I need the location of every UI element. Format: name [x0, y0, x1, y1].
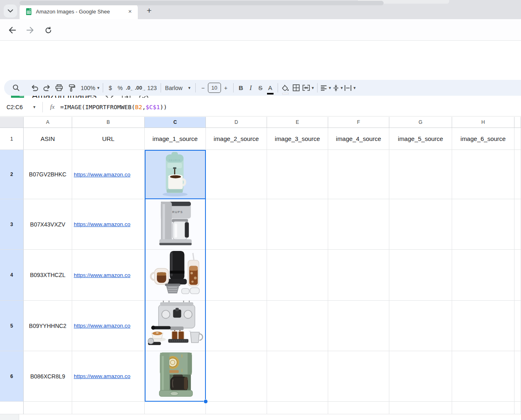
- cell-g7[interactable]: [389, 402, 452, 414]
- font-select[interactable]: Barlow▼: [163, 82, 193, 94]
- borders-button[interactable]: [290, 82, 302, 94]
- column-header-f[interactable]: F: [328, 117, 389, 128]
- active-tab[interactable]: Amazon Images - Google Shee ×: [20, 4, 138, 19]
- text-wrap-button[interactable]: ▼: [344, 82, 357, 94]
- print-button[interactable]: [53, 82, 65, 94]
- name-box[interactable]: C2:C6 ▼: [0, 104, 40, 110]
- reload-button[interactable]: [42, 24, 54, 36]
- cell-g2[interactable]: [389, 150, 452, 199]
- cell-e6[interactable]: [267, 351, 328, 402]
- cell-i1[interactable]: [514, 128, 521, 150]
- row-header-2[interactable]: 2: [0, 150, 24, 199]
- cell-a5[interactable]: B09YYHHNC2: [24, 301, 72, 351]
- column-header-c[interactable]: C: [145, 117, 206, 128]
- cell-h4[interactable]: [452, 250, 514, 301]
- merge-cells-button[interactable]: ▼: [302, 82, 315, 94]
- forward-button[interactable]: [24, 24, 36, 36]
- increase-decimal-button[interactable]: .00→: [135, 82, 146, 94]
- tab-close-icon[interactable]: ×: [126, 8, 134, 15]
- cell-b1[interactable]: URL: [72, 128, 145, 150]
- cell-i6[interactable]: [514, 351, 521, 402]
- row-header-3[interactable]: 3: [0, 199, 24, 250]
- redo-button[interactable]: [41, 82, 53, 94]
- increase-font-size-button[interactable]: +: [221, 82, 231, 94]
- cell-g3[interactable]: [389, 199, 452, 250]
- cell-c7[interactable]: [145, 402, 206, 414]
- cell-a1[interactable]: ASIN: [24, 128, 72, 150]
- cell-b4[interactable]: https://www.amazon.co: [72, 250, 145, 301]
- cell-d3[interactable]: [206, 199, 267, 250]
- italic-button[interactable]: I: [246, 82, 256, 94]
- cell-e5[interactable]: [267, 301, 328, 351]
- text-color-button[interactable]: A: [265, 82, 275, 94]
- cell-i4[interactable]: [514, 250, 521, 301]
- cell-d2[interactable]: [206, 150, 267, 199]
- paint-format-button[interactable]: [65, 82, 77, 94]
- cell-e2[interactable]: [267, 150, 328, 199]
- cell-a6[interactable]: B086XCR8L9: [24, 351, 72, 402]
- cell-b3[interactable]: https://www.amazon.co: [72, 199, 145, 250]
- cell-e3[interactable]: [267, 199, 328, 250]
- zoom-select[interactable]: 100%▼: [81, 82, 100, 94]
- cell-g4[interactable]: [389, 250, 452, 301]
- column-header-b[interactable]: B: [72, 117, 145, 128]
- cell-g6[interactable]: [389, 351, 452, 402]
- cell-b5[interactable]: https://www.amazon.co: [72, 301, 145, 351]
- cell-a4[interactable]: B093XTHCZL: [24, 250, 72, 301]
- cell-e7[interactable]: [267, 402, 328, 414]
- vertical-align-button[interactable]: ▼: [332, 82, 344, 94]
- cell-b6[interactable]: https://www.amazon.co: [72, 351, 145, 402]
- cell-d5[interactable]: [206, 301, 267, 351]
- amazon-link[interactable]: https://www.amazon.co: [74, 221, 130, 227]
- format-percent-button[interactable]: %: [115, 82, 125, 94]
- row-header-5[interactable]: 5: [0, 301, 24, 351]
- cell-h1[interactable]: image_6_source: [452, 128, 514, 150]
- cell-c2[interactable]: KEURIG: [145, 150, 206, 199]
- amazon-link[interactable]: https://www.amazon.co: [74, 373, 130, 379]
- cell-h3[interactable]: [452, 199, 514, 250]
- cell-f5[interactable]: [328, 301, 389, 351]
- cell-f3[interactable]: [328, 199, 389, 250]
- cell-a7[interactable]: [24, 402, 72, 414]
- cell-c3[interactable]: KRUPS: [145, 199, 206, 250]
- fill-handle[interactable]: [203, 399, 208, 404]
- cell-d4[interactable]: [206, 250, 267, 301]
- horizontal-scrollbar-thumb[interactable]: [20, 1, 384, 5]
- row-header-7[interactable]: [0, 402, 24, 414]
- cell-c6[interactable]: [145, 351, 206, 402]
- cell-b7[interactable]: [72, 402, 145, 414]
- cell-d1[interactable]: image_2_source: [206, 128, 267, 150]
- search-menus-button[interactable]: [10, 82, 22, 94]
- cell-g1[interactable]: image_5_source: [389, 128, 452, 150]
- row-header-4[interactable]: 4: [0, 250, 24, 301]
- cell-e1[interactable]: image_3_source: [267, 128, 328, 150]
- amazon-link[interactable]: https://www.amazon.co: [74, 323, 130, 329]
- column-header-d[interactable]: D: [206, 117, 267, 128]
- format-currency-button[interactable]: $: [106, 82, 115, 94]
- tab-search-button[interactable]: [4, 4, 17, 18]
- horizontal-align-button[interactable]: ▼: [320, 82, 332, 94]
- cell-h2[interactable]: [452, 150, 514, 199]
- decrease-font-size-button[interactable]: −: [198, 82, 208, 94]
- cell-d7[interactable]: [206, 402, 267, 414]
- amazon-link[interactable]: https://www.amazon.co: [74, 272, 130, 278]
- column-header-g[interactable]: G: [389, 117, 452, 128]
- row-header-1[interactable]: 1: [0, 128, 24, 150]
- column-header-a[interactable]: A: [24, 117, 72, 128]
- cell-i5[interactable]: [514, 301, 521, 351]
- cell-c4[interactable]: [145, 250, 206, 301]
- cell-g5[interactable]: [389, 301, 452, 351]
- cell-i3[interactable]: [514, 199, 521, 250]
- amazon-link[interactable]: https://www.amazon.co: [74, 172, 130, 178]
- cell-d6[interactable]: [206, 351, 267, 402]
- cell-c5[interactable]: [145, 301, 206, 351]
- cell-b2[interactable]: https://www.amazon.co: [72, 150, 145, 199]
- cell-f4[interactable]: [328, 250, 389, 301]
- bold-button[interactable]: B: [236, 82, 246, 94]
- cell-f1[interactable]: image_4_source: [328, 128, 389, 150]
- undo-button[interactable]: [29, 82, 41, 94]
- cell-e4[interactable]: [267, 250, 328, 301]
- cell-h7[interactable]: [452, 402, 514, 414]
- cell-c1[interactable]: image_1_source: [145, 128, 206, 150]
- new-tab-button[interactable]: +: [143, 5, 155, 17]
